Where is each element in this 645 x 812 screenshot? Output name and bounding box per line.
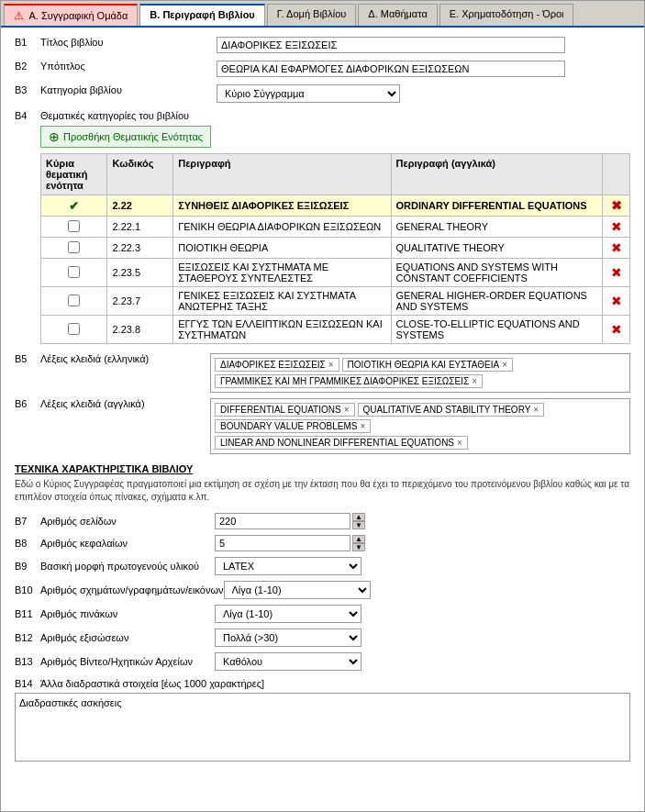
row-checkbox[interactable] xyxy=(68,323,80,335)
remove-tag-icon[interactable]: × xyxy=(328,360,334,370)
b5-code: Β5 xyxy=(15,353,40,364)
row-checkbox-cell xyxy=(41,217,107,238)
row-desc: ΕΓΓΥΣ ΤΩΝ ΕΛΛΕΙΠΤΙΚΩΝ ΕΞΙΣΩΣΕΩΝ ΚΑΙ ΣΥΣΤ… xyxy=(173,316,391,344)
b1-row: Β1 Τίτλος βιβλίου xyxy=(15,37,630,53)
b5-keywords-box[interactable]: ΔΙΑΦΟΡΙΚΕΣ ΕΞΙΣΩΣΕΙΣ ×ΠΟΙΟΤΙΚΗ ΘΕΩΡΙΑ ΚΑ… xyxy=(210,353,630,393)
table-row: 2.23.7ΓΕΝΙΚΕΣ ΕΞΙΣΩΣΕΙΣ ΚΑΙ ΣΥΣΤΗΜΑΤΑ ΑΝ… xyxy=(41,287,630,316)
row-delete-cell: ✖ xyxy=(603,195,630,217)
b3-label: Κατηγορία βιβλίου xyxy=(40,84,122,95)
row-desc-en: QUALITATIVE THEORY xyxy=(391,238,603,259)
b13-code: Β13 xyxy=(15,656,40,667)
row-delete-cell: ✖ xyxy=(603,259,630,287)
row-desc: ΕΞΙΣΩΣΕΙΣ ΚΑΙ ΣΥΣΤΗΜΑΤΑ ΜΕ ΣΤΑΘΕΡΟΥΣ ΣΥΝ… xyxy=(173,259,391,287)
b6-row: Β6 Λέξεις κλειδιά (αγγλικά) DIFFERENTIAL… xyxy=(15,398,630,454)
row-desc-en: GENERAL THEORY xyxy=(391,217,603,238)
row-checkbox[interactable] xyxy=(68,266,80,278)
b3-code: Β3 xyxy=(15,84,40,95)
delete-icon[interactable]: ✖ xyxy=(611,198,622,213)
row-code: 2.23.8 xyxy=(107,316,173,344)
b2-input[interactable] xyxy=(217,61,565,77)
remove-tag-icon[interactable]: × xyxy=(361,421,366,431)
b3-select[interactable]: Κύριο Σύγγραμμα Βοηθητικό Βιβλίο xyxy=(217,84,400,103)
row-code: 2.22 xyxy=(107,195,173,217)
keyword-tag: BOUNDARY VALUE PROBLEMS × xyxy=(215,419,371,433)
b9-row: Β9 Βασική μορφή πρωτογενούς υλικού LATEX… xyxy=(15,557,630,575)
table-row: 2.22.3ΠΟΙΟΤΙΚΗ ΘΕΩΡΙΑQUALITATIVE THEORY✖ xyxy=(41,238,630,259)
b14-textarea[interactable]: Διαδραστικές ασκήσεις xyxy=(15,693,630,762)
keyword-tag: LINEAR AND NONLINEAR DIFFERENTIAL EQUATI… xyxy=(215,436,468,450)
row-code: 2.23.5 xyxy=(107,259,173,287)
technical-section: ΤΕΧΝΙΚΑ ΧΑΡΑΚΤΗΡΙΣΤΙΚΑ ΒΙΒΛΙΟΥ Εδώ ο Κύρ… xyxy=(15,463,630,763)
b9-select[interactable]: LATEX WORD PDF xyxy=(215,557,361,575)
tech-title: ΤΕΧΝΙΚΑ ΧΑΡΑΚΤΗΡΙΣΤΙΚΑ ΒΙΒΛΙΟΥ xyxy=(15,463,630,474)
row-checkbox[interactable] xyxy=(68,220,80,232)
b8-input[interactable] xyxy=(215,535,350,551)
b7-input[interactable] xyxy=(215,513,350,529)
delete-icon[interactable]: ✖ xyxy=(611,322,622,337)
theme-table: Κύρια θεματική ενότητα Κωδικός Περιγραφή… xyxy=(40,153,630,344)
delete-icon[interactable]: ✖ xyxy=(611,219,622,234)
error-icon: ⚠ xyxy=(14,9,24,22)
row-desc: ΣΥΝΗΘΕΙΣ ΔΙΑΦΟΡΙΚΕΣ ΕΞΙΣΩΣΕΙΣ xyxy=(173,195,391,217)
tab-c[interactable]: Γ. Δομή Βιβλίου xyxy=(267,4,357,26)
remove-tag-icon[interactable]: × xyxy=(502,360,507,370)
remove-tag-icon[interactable]: × xyxy=(344,405,350,415)
b6-keywords-box[interactable]: DIFFERENTIAL EQUATIONS ×QUALITATIVE AND … xyxy=(210,398,630,454)
delete-icon[interactable]: ✖ xyxy=(611,265,622,280)
remove-tag-icon[interactable]: × xyxy=(533,405,539,415)
b2-label: Υπότιτλος xyxy=(40,61,85,72)
b8-label: Αριθμός κεφαλαίων xyxy=(40,538,215,549)
row-delete-cell: ✖ xyxy=(603,316,630,344)
row-checkbox-cell xyxy=(41,287,107,316)
b11-label: Αριθμός πινάκων xyxy=(40,608,215,619)
delete-icon[interactable]: ✖ xyxy=(611,240,622,255)
row-desc: ΓΕΝΙΚΕΣ ΕΞΙΣΩΣΕΙΣ ΚΑΙ ΣΥΣΤΗΜΑΤΑ ΑΝΩΤΕΡΗΣ… xyxy=(173,287,391,316)
keyword-tag: DIFFERENTIAL EQUATIONS × xyxy=(215,403,355,417)
b7-up[interactable]: ▲ xyxy=(352,513,365,521)
checkmark-icon[interactable]: ✔ xyxy=(69,199,79,213)
tab-a[interactable]: ⚠ Α. Συγγραφική Ομάδα xyxy=(4,4,138,26)
main-window: ⚠ Α. Συγγραφική Ομάδα Β. Περιγραφή Βιβλί… xyxy=(0,0,645,812)
b8-up[interactable]: ▲ xyxy=(352,535,365,543)
tech-desc: Εδώ ο Κύριος Συγγραφέας πραγματοποιεί μι… xyxy=(15,478,630,504)
table-row: 2.22.1ΓΕΝΙΚΗ ΘΕΩΡΙΑ ΔΙΑΦΟΡΙΚΩΝ ΕΞΙΣΩΣΕΩΝ… xyxy=(41,217,630,238)
b13-select[interactable]: Καθόλου Λίγα (1-10) Αρκετά (11-30) Πολλά… xyxy=(215,652,361,671)
tab-d[interactable]: Δ. Μαθήματα xyxy=(358,4,437,26)
b11-row: Β11 Αριθμός πινάκων Λίγα (1-10) Καθόλου … xyxy=(15,605,630,623)
b10-select[interactable]: Λίγα (1-10) Καθόλου Αρκετά (11-30) Πολλά… xyxy=(224,581,371,599)
b8-spinner[interactable]: ▲ ▼ xyxy=(352,535,365,551)
row-checkbox[interactable] xyxy=(68,241,80,253)
col-header-code: Κωδικός xyxy=(107,154,173,195)
b9-label: Βασική μορφή πρωτογενούς υλικού xyxy=(40,561,215,572)
row-delete-cell: ✖ xyxy=(603,287,630,316)
col-header-desc: Περιγραφή xyxy=(173,154,391,195)
b8-down[interactable]: ▼ xyxy=(352,543,365,551)
remove-tag-icon[interactable]: × xyxy=(457,438,462,448)
delete-icon[interactable]: ✖ xyxy=(611,294,622,308)
tab-b[interactable]: Β. Περιγραφή Βιβλίου xyxy=(139,4,264,26)
plus-icon: ⊕ xyxy=(49,129,60,144)
row-desc-en: EQUATIONS AND SYSTEMS WITH CONSTANT COEF… xyxy=(391,259,603,287)
keyword-tag: QUALITATIVE AND STABILITY THEORY × xyxy=(358,403,545,417)
b7-code: Β7 xyxy=(15,516,40,527)
row-checkbox-cell xyxy=(41,316,107,344)
tab-e[interactable]: Ε. Χρηματοδότηση - Όροι xyxy=(439,4,574,26)
b1-input[interactable] xyxy=(217,37,565,53)
row-checkbox-cell xyxy=(41,238,107,259)
row-desc-en: GENERAL HIGHER-ORDER EQUATIONS AND SYSTE… xyxy=(391,287,603,316)
remove-tag-icon[interactable]: × xyxy=(472,376,477,386)
b7-row: Β7 Αριθμός σελίδων ▲ ▼ xyxy=(15,513,630,529)
add-theme-button[interactable]: ⊕ Προσθήκη Θεματικής Ενότητας xyxy=(40,126,211,148)
b7-down[interactable]: ▼ xyxy=(352,521,365,529)
b12-select[interactable]: Πολλά (>30) Καθόλου Λίγα (1-10) Αρκετά (… xyxy=(215,628,361,647)
b11-select[interactable]: Λίγα (1-10) Καθόλου Αρκετά (11-30) Πολλά… xyxy=(215,605,361,623)
row-checkbox[interactable] xyxy=(68,295,80,306)
table-row: ✔2.22ΣΥΝΗΘΕΙΣ ΔΙΑΦΟΡΙΚΕΣ ΕΞΙΣΩΣΕΙΣORDINA… xyxy=(41,195,630,217)
b10-row: Β10 Αριθμός σχημάτων/γραφημάτων/εικόνων … xyxy=(15,581,630,599)
row-code: 2.23.7 xyxy=(107,287,173,316)
row-desc-en: ORDINARY DIFFERENTIAL EQUATIONS xyxy=(391,195,603,217)
b13-label: Αριθμός Βίντεο/Ηχητικών Αρχείων xyxy=(40,656,215,667)
b12-code: Β12 xyxy=(15,632,40,643)
b7-spinner[interactable]: ▲ ▼ xyxy=(352,513,365,529)
row-desc: ΠΟΙΟΤΙΚΗ ΘΕΩΡΙΑ xyxy=(173,238,391,259)
